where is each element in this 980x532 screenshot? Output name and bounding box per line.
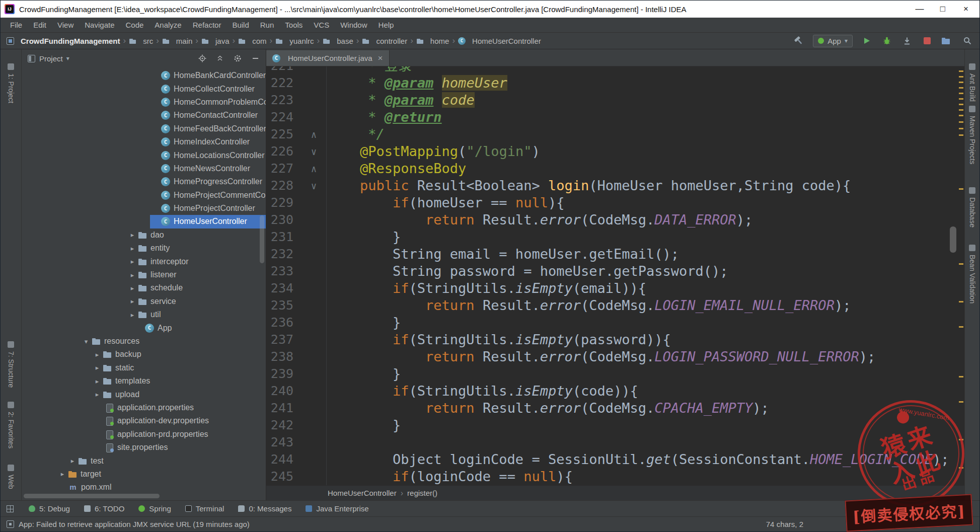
fold-marker-icon[interactable]: ∧ bbox=[301, 126, 327, 143]
tool-stripe-button-2-favorites[interactable]: 2: Favorites bbox=[7, 402, 15, 448]
stop-button[interactable] bbox=[921, 35, 933, 47]
tool-window-button-spring[interactable]: Spring bbox=[138, 504, 171, 513]
editor-tab-homeusercontroller[interactable]: HomeUserController.java × bbox=[266, 50, 390, 66]
tree-item-app[interactable]: App bbox=[22, 321, 266, 334]
tree-item-homeprogresscontroller[interactable]: HomeProgressController bbox=[22, 175, 266, 188]
menu-item-tools[interactable]: Tools bbox=[279, 21, 308, 29]
project-tree-vertical-scrollbar[interactable] bbox=[260, 215, 264, 263]
close-tab-icon[interactable]: × bbox=[378, 53, 383, 63]
breadcrumb-item-java[interactable]: java bbox=[201, 37, 230, 45]
collapse-all-icon[interactable] bbox=[215, 54, 224, 63]
menu-item-file[interactable]: File bbox=[5, 21, 28, 29]
update-application-button[interactable] bbox=[901, 35, 913, 47]
tool-stripe-button-ant-build[interactable]: Ant Build bbox=[968, 63, 976, 102]
tree-item-homeprojectcontroller[interactable]: HomeProjectController bbox=[22, 202, 266, 215]
chevron-right-icon[interactable]: ▸ bbox=[127, 297, 138, 305]
breadcrumb-item-home[interactable]: home bbox=[416, 37, 449, 45]
build-hammer-icon[interactable] bbox=[793, 35, 805, 47]
breadcrumb-item-com[interactable]: com bbox=[238, 37, 266, 45]
tool-window-button-6-todo[interactable]: 6: TODO bbox=[84, 504, 124, 513]
menu-item-vcs[interactable]: VCS bbox=[308, 21, 335, 29]
chevron-right-icon[interactable]: ▸ bbox=[127, 258, 138, 265]
minimize-button[interactable]: — bbox=[908, 1, 931, 17]
tree-item-templates[interactable]: ▸templates bbox=[22, 374, 266, 388]
chevron-right-icon[interactable]: ▸ bbox=[57, 470, 68, 478]
breadcrumb-item-main[interactable]: main bbox=[162, 37, 193, 45]
project-tree-horizontal-scrollbar[interactable] bbox=[24, 494, 160, 498]
chevron-right-icon[interactable]: ▸ bbox=[92, 377, 103, 385]
chevron-right-icon[interactable]: ▸ bbox=[127, 271, 138, 279]
tool-window-button-0-messages[interactable]: 0: Messages bbox=[238, 504, 291, 513]
maximize-button[interactable]: □ bbox=[931, 1, 954, 17]
tree-item-homeprojectcommentcontrolle[interactable]: HomeProjectCommentControlle bbox=[22, 189, 266, 202]
tree-item-homeusercontroller[interactable]: HomeUserController bbox=[22, 215, 266, 228]
tree-item-static[interactable]: ▸static bbox=[22, 361, 266, 374]
chevron-right-icon[interactable]: ▸ bbox=[92, 351, 103, 358]
search-everywhere-button[interactable] bbox=[961, 35, 973, 47]
tree-item-util[interactable]: ▸util bbox=[22, 308, 266, 321]
tree-item-interceptor[interactable]: ▸interceptor bbox=[22, 255, 266, 268]
breadcrumb-item-base[interactable]: base bbox=[323, 37, 353, 45]
menu-item-code[interactable]: Code bbox=[120, 21, 149, 29]
tool-stripe-button-bean-validation[interactable]: Bean Validation bbox=[968, 245, 976, 303]
tree-item-test[interactable]: ▸test bbox=[22, 454, 266, 467]
chevron-right-icon[interactable]: ▸ bbox=[67, 457, 78, 465]
tree-item-service[interactable]: ▸service bbox=[22, 295, 266, 308]
code-editor[interactable]: 221 * 登录222 * @param homeUser223 * @para… bbox=[266, 66, 964, 485]
editor-vertical-scrollbar[interactable] bbox=[950, 226, 956, 253]
menu-item-window[interactable]: Window bbox=[335, 21, 372, 29]
menu-item-refactor[interactable]: Refactor bbox=[187, 21, 227, 29]
chevron-down-icon[interactable]: ▾ bbox=[66, 55, 69, 62]
tree-item-resources[interactable]: ▾resources bbox=[22, 335, 266, 348]
tree-item-application-properties[interactable]: application.properties bbox=[22, 401, 266, 414]
chevron-right-icon[interactable]: ▸ bbox=[92, 364, 103, 371]
tool-stripe-button-web[interactable]: Web bbox=[7, 465, 15, 489]
tool-window-button-java-enterprise[interactable]: Java Enterprise bbox=[306, 504, 368, 513]
fold-marker-icon[interactable]: ∧ bbox=[301, 160, 327, 177]
chevron-right-icon[interactable]: ▸ bbox=[127, 231, 138, 239]
tree-item-upload[interactable]: ▸upload bbox=[22, 388, 266, 401]
tree-item-schedule[interactable]: ▸schedule bbox=[22, 281, 266, 294]
tree-item-application-prd-properties[interactable]: application-prd.properties bbox=[22, 428, 266, 441]
tree-item-backup[interactable]: ▸backup bbox=[22, 348, 266, 361]
fold-marker-icon[interactable]: ∨ bbox=[301, 143, 327, 160]
chevron-right-icon[interactable]: ▸ bbox=[127, 284, 138, 292]
run-configuration-selector[interactable]: App ▾ bbox=[813, 35, 853, 47]
tree-item-homelocationscontroller[interactable]: HomeLocationsController bbox=[22, 148, 266, 162]
menu-item-navigate[interactable]: Navigate bbox=[79, 21, 120, 29]
breadcrumb-item-src[interactable]: src bbox=[129, 37, 153, 45]
tree-item-entity[interactable]: ▸entity bbox=[22, 242, 266, 255]
fold-marker-icon[interactable]: ∨ bbox=[301, 177, 327, 194]
tool-window-button-5-debug[interactable]: 5: Debug bbox=[29, 504, 70, 513]
breadcrumb-item-homeusercontroller[interactable]: HomeUserController bbox=[458, 37, 541, 45]
breadcrumb-method[interactable]: register() bbox=[407, 489, 437, 497]
status-message-icon[interactable] bbox=[7, 520, 14, 528]
tool-stripe-button-maven-projects[interactable]: Maven Projects bbox=[968, 106, 976, 164]
chevron-right-icon[interactable]: ▸ bbox=[127, 245, 138, 252]
tree-item-site-properties[interactable]: site.properties bbox=[22, 441, 266, 454]
menu-item-view[interactable]: View bbox=[52, 21, 79, 29]
tree-item-application-dev-properties[interactable]: application-dev.properties bbox=[22, 414, 266, 427]
tree-item-homebankcardcontroller[interactable]: HomeBankCardController bbox=[22, 69, 266, 82]
tree-item-homecommonproblemcontroll[interactable]: HomeCommonProblemControll bbox=[22, 96, 266, 109]
tool-window-button-terminal[interactable]: Terminal bbox=[185, 504, 224, 513]
tree-item-pom-xml[interactable]: mpom.xml bbox=[22, 481, 266, 494]
menu-item-run[interactable]: Run bbox=[255, 21, 280, 29]
tree-item-homefeedbackcontroller[interactable]: HomeFeedBackController bbox=[22, 122, 266, 135]
project-panel-title[interactable]: Project bbox=[39, 54, 63, 63]
breadcrumb-item-yuanlrc[interactable]: yuanlrc bbox=[275, 37, 314, 45]
menu-item-build[interactable]: Build bbox=[227, 21, 254, 29]
tree-item-homecontactcontroller[interactable]: HomeContactController bbox=[22, 109, 266, 122]
chevron-right-icon[interactable]: ▸ bbox=[92, 391, 103, 398]
menu-item-edit[interactable]: Edit bbox=[28, 21, 52, 29]
tool-stripe-button-1-project[interactable]: 1: Project bbox=[7, 63, 15, 103]
tree-item-homenewscontroller[interactable]: HomeNewsController bbox=[22, 162, 266, 175]
tree-item-dao[interactable]: ▸dao bbox=[22, 229, 266, 242]
breadcrumb-item-controller[interactable]: controller bbox=[362, 37, 407, 45]
tree-item-listener[interactable]: ▸listener bbox=[22, 268, 266, 281]
tool-stripe-button-7-structure[interactable]: 7: Structure bbox=[7, 341, 15, 388]
locate-file-icon[interactable] bbox=[198, 54, 207, 63]
open-project-folder-button[interactable] bbox=[941, 35, 953, 47]
breadcrumb-item-crowdfundingmanagement[interactable]: CrowdFundingManagement bbox=[7, 37, 120, 45]
hide-panel-icon[interactable] bbox=[251, 54, 260, 63]
